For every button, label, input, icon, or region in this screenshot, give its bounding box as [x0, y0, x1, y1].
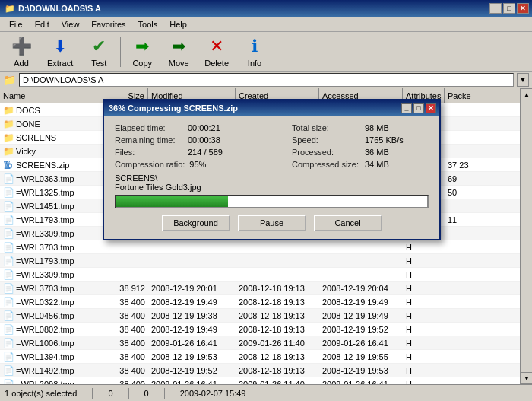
file-type-icon: 📁	[3, 132, 14, 143]
filename: =WRL0363.tmp	[16, 174, 74, 183]
pause-button[interactable]: Pause	[238, 215, 306, 231]
list-item[interactable]: 📄 =WRL3309.tmp H	[0, 268, 532, 282]
menu-tools[interactable]: Tools	[132, 18, 164, 30]
add-icon: ➕	[11, 36, 32, 57]
file-type-icon: 📄	[3, 201, 14, 212]
file-type-icon: 📁	[3, 146, 14, 157]
scrollbar[interactable]: ▲ ▼	[520, 88, 532, 384]
file-modified-cell: 2008-12-19 20:01	[148, 282, 236, 294]
file-packed-cell	[445, 117, 532, 130]
filename: =WRL3309.tmp	[16, 229, 74, 238]
file-name-cell: 📄 =WRL3309.tmp	[0, 268, 106, 281]
file-packed-cell	[445, 350, 532, 363]
dialog-minimize-button[interactable]: _	[401, 103, 412, 113]
filename: =WRL0322.tmp	[16, 298, 74, 307]
add-label: Add	[14, 59, 29, 68]
compression-value: 95%	[189, 160, 206, 169]
address-dropdown[interactable]: ▼	[517, 73, 529, 87]
file-accessed-cell: 2008-12-19 19:49	[319, 295, 403, 308]
app-icon: 📁	[5, 4, 15, 14]
scroll-down-button[interactable]: ▼	[521, 372, 532, 384]
file-name: Fortune Tiles Gold3.jpg	[115, 183, 429, 192]
list-item[interactable]: 📄 =WRL0802.tmp 38 400 2008-12-19 19:49 2…	[0, 323, 532, 336]
list-item[interactable]: 📄 =WRL0322.tmp 38 400 2008-12-19 19:49 2…	[0, 295, 532, 309]
dialog-maximize-button[interactable]: □	[413, 103, 424, 113]
test-button[interactable]: ✔ Test	[82, 34, 116, 69]
status-selection: 1 object(s) selected	[5, 389, 77, 398]
processed-label: Processed:	[292, 148, 360, 157]
file-size-cell: 38 912	[106, 282, 148, 294]
file-created-cell: 2008-12-18 19:13	[236, 323, 319, 336]
minimize-button[interactable]: _	[489, 3, 502, 14]
file-type-icon: 📁	[3, 105, 14, 116]
file-name-cell: 📁 DOCS	[0, 103, 106, 116]
title-bar: 📁 D:\DOWNLOADS\S A _ □ ✕	[0, 0, 532, 17]
maximize-button[interactable]: □	[503, 3, 515, 14]
move-button[interactable]: ➡ Move	[162, 34, 195, 69]
list-item[interactable]: 📄 =WRL1492.tmp 38 400 2008-12-19 19:52 2…	[0, 364, 532, 377]
file-name-cell: 📁 SCREENS	[0, 131, 106, 144]
remaining-label: Remaining time:	[115, 135, 183, 145]
file-packed-cell	[445, 309, 532, 322]
file-type-icon: 📄	[3, 352, 14, 362]
copy-button[interactable]: ➡ Copy	[125, 34, 159, 69]
close-button[interactable]: ✕	[517, 3, 529, 14]
file-accessed-cell: 2008-12-19 19:52	[319, 323, 403, 336]
file-type-icon: 📄	[3, 215, 14, 225]
menu-help[interactable]: Help	[163, 18, 193, 30]
file-size-cell	[106, 254, 148, 267]
list-item[interactable]: 📄 =WRL1394.tmp 38 400 2008-12-19 19:53 2…	[0, 350, 532, 364]
file-name-cell: 📄 =WRL1325.tmp	[0, 186, 106, 199]
file-size-cell: 38 400	[106, 295, 148, 308]
status-divider-1	[92, 388, 93, 399]
progress-bar-container	[115, 195, 429, 208]
list-item[interactable]: 📄 =WRL1793.tmp H	[0, 254, 532, 268]
status-divider-2	[128, 388, 129, 399]
file-modified-cell: 2009-01-26 16:41	[148, 336, 236, 349]
list-item[interactable]: 📄 =WRL3703.tmp H	[0, 240, 532, 254]
menu-favorites[interactable]: Favorites	[85, 18, 131, 30]
file-size-cell: 38 400	[106, 323, 148, 336]
background-button[interactable]: Background	[162, 215, 230, 231]
file-modified-cell: 2008-12-19 19:49	[148, 295, 236, 308]
file-packed-cell	[445, 364, 532, 377]
file-name-cell: 📄 =WRL1492.tmp	[0, 364, 106, 377]
list-item[interactable]: 📄 =WRL2098.tmp 38 400 2009-01-26 16:41 2…	[0, 377, 532, 384]
file-name-cell: 📁 Vicky	[0, 145, 106, 158]
address-input[interactable]	[19, 73, 514, 87]
info-button[interactable]: ℹ Info	[238, 34, 271, 69]
file-name-cell: 📄 =WRL3703.tmp	[0, 282, 106, 294]
col-packed[interactable]: Packe	[445, 88, 532, 103]
file-modified-cell: 2008-12-19 19:49	[148, 323, 236, 336]
file-created-cell	[236, 240, 319, 253]
dialog-close-button[interactable]: ✕	[426, 103, 436, 113]
file-attr-cell: H	[403, 336, 445, 349]
add-button[interactable]: ➕ Add	[5, 34, 38, 69]
status-datetime: 2009-02-07 15:49	[180, 389, 246, 398]
file-created-cell: 2009-01-26 11:40	[236, 377, 319, 384]
file-packed-cell: 11	[445, 213, 532, 226]
menu-edit[interactable]: Edit	[29, 18, 55, 30]
copy-label: Copy	[132, 59, 152, 68]
file-attr-cell: H	[403, 295, 445, 308]
file-packed-cell: 37 23	[445, 158, 532, 171]
file-name-cell: 📄 =WRL1394.tmp	[0, 350, 106, 363]
list-item[interactable]: 📄 =WRL0456.tmp 38 400 2008-12-19 19:38 2…	[0, 309, 532, 323]
compressed-label: Compressed size:	[292, 160, 360, 169]
menu-view[interactable]: View	[55, 18, 86, 30]
file-packed-cell	[445, 282, 532, 294]
cancel-button[interactable]: Cancel	[314, 215, 382, 231]
move-label: Move	[169, 59, 189, 68]
menu-file[interactable]: File	[3, 18, 29, 30]
file-created-cell: 2008-12-18 19:13	[236, 364, 319, 377]
file-created-cell: 2009-01-26 11:40	[236, 336, 319, 349]
file-created-cell	[236, 254, 319, 267]
col-name[interactable]: Name	[0, 88, 106, 103]
list-item[interactable]: 📄 =WRL1006.tmp 38 400 2009-01-26 16:41 2…	[0, 336, 532, 350]
list-item[interactable]: 📄 =WRL3703.tmp 38 912 2008-12-19 20:01 2…	[0, 282, 532, 295]
delete-button[interactable]: ✕ Delete	[198, 34, 235, 69]
scroll-up-button[interactable]: ▲	[521, 88, 532, 100]
extract-button[interactable]: ⬇ Extract	[41, 34, 79, 69]
file-name-cell: 📄 =WRL0363.tmp	[0, 172, 106, 185]
progress-bar-fill	[116, 196, 228, 207]
